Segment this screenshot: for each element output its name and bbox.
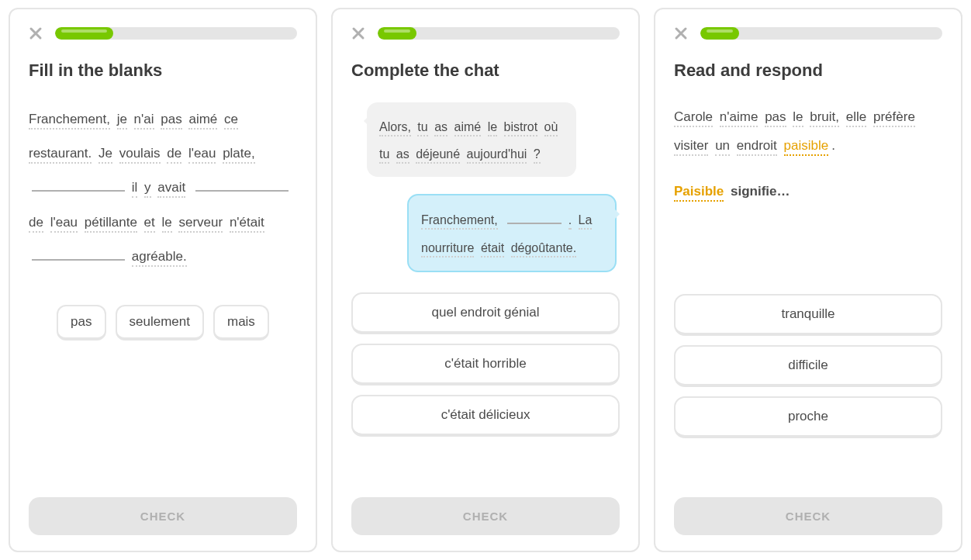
exercise-title: Complete the chat	[351, 60, 620, 81]
token-row: Alors, tu as aimé le bistrot où tu as dé…	[379, 113, 564, 168]
exercise-body: Carole n'aime pas le bruit, elle préfère…	[674, 102, 942, 497]
word-token[interactable]: agréable.	[132, 249, 187, 267]
word-token[interactable]: Franchement,	[29, 112, 110, 130]
token-row: il y avait	[132, 180, 188, 195]
word-token[interactable]: pas	[161, 112, 181, 130]
blank-slot[interactable]	[32, 259, 125, 261]
word-chip[interactable]: pas	[57, 305, 105, 340]
topbar	[351, 26, 620, 40]
check-button[interactable]: CHECK	[29, 497, 297, 535]
word-token[interactable]: serveur	[178, 215, 223, 233]
topbar	[674, 26, 942, 40]
word-token[interactable]: pétillante	[85, 215, 137, 233]
word-token[interactable]: visiter	[674, 138, 708, 156]
blank-slot[interactable]	[195, 190, 289, 192]
word-token[interactable]: et	[144, 215, 155, 233]
word-token[interactable]: restaurant.	[29, 146, 92, 164]
word-token[interactable]: n'aime	[720, 109, 758, 127]
word-token[interactable]: plate,	[223, 146, 255, 164]
word-token[interactable]: l'eau	[50, 215, 78, 233]
progress-bar	[378, 27, 620, 40]
progress-bar	[55, 27, 297, 40]
token-row: agréable.	[132, 249, 190, 264]
word-token[interactable]: bistrot	[504, 120, 538, 137]
word-token[interactable]: .	[568, 213, 572, 230]
word-token[interactable]: La	[579, 213, 593, 230]
word-token[interactable]: aujourd'hui	[467, 147, 527, 164]
word-token[interactable]: endroit	[737, 138, 777, 156]
word-chip[interactable]: seulement	[116, 305, 204, 340]
chat-bubble-incoming: Alors, tu as aimé le bistrot où tu as dé…	[367, 102, 576, 177]
word-token[interactable]: n'ai	[134, 112, 154, 130]
word-token[interactable]: un	[715, 138, 730, 156]
option-button[interactable]: c'était délicieux	[351, 395, 620, 437]
option-button[interactable]: quel endroit génial	[351, 292, 620, 334]
question: Paisible signifie…	[674, 175, 942, 209]
word-token[interactable]: de	[29, 215, 43, 233]
chat-bubble-reply: Franchement, . La nourriture était dégoû…	[407, 194, 617, 271]
exercise-card-fill-blanks: Fill in the blanks Franchement, je n'ai …	[9, 8, 317, 552]
word-token[interactable]: elle	[846, 109, 866, 127]
word-token[interactable]: Carole	[674, 109, 713, 127]
topbar	[29, 26, 297, 40]
word-token[interactable]: n'était	[230, 215, 264, 233]
exercise-card-complete-chat: Complete the chat Alors, tu as aimé le b…	[331, 8, 640, 552]
token-row: restaurant. Je voulais de l'eau plate,	[29, 146, 258, 161]
highlight-word: paisible	[784, 138, 829, 156]
word-token[interactable]: dégoûtante.	[511, 241, 577, 258]
close-icon[interactable]	[351, 26, 365, 40]
token-row: visiter un endroit	[674, 138, 780, 153]
word-token[interactable]: de	[167, 146, 181, 164]
word-token[interactable]: était	[481, 241, 504, 258]
word-token[interactable]: avait	[157, 180, 185, 198]
word-token[interactable]: pas	[765, 109, 786, 127]
word-token[interactable]: je	[117, 112, 127, 130]
word-token[interactable]: bruit,	[810, 109, 839, 127]
exercise-card-read-respond: Read and respond Carole n'aime pas le br…	[654, 8, 962, 552]
word-token[interactable]: ce	[224, 112, 238, 130]
word-token[interactable]: préfère	[873, 109, 915, 127]
word-token[interactable]: as	[396, 147, 409, 164]
option-button[interactable]: tranquille	[674, 294, 942, 336]
word-token[interactable]: le	[488, 120, 497, 137]
word-token[interactable]: nourriture	[421, 241, 474, 258]
exercise-body: Franchement, je n'ai pas aimé ce restaur…	[29, 102, 297, 497]
word-token[interactable]: où	[544, 120, 558, 137]
highlight-word: Paisible	[674, 184, 724, 202]
word-token[interactable]: tu	[417, 120, 427, 137]
word-token[interactable]: y	[144, 180, 151, 198]
blank-slot[interactable]	[507, 223, 562, 224]
sentence: Franchement, je n'ai pas aimé ce restaur…	[29, 102, 297, 274]
token-row: Franchement,	[421, 213, 501, 226]
check-button[interactable]: CHECK	[674, 497, 942, 535]
close-icon[interactable]	[674, 26, 688, 40]
punct: .	[831, 138, 835, 153]
word-token[interactable]: voulais	[119, 146, 161, 164]
word-token[interactable]: il	[132, 180, 138, 198]
word-token[interactable]: Je	[98, 146, 112, 164]
word-token[interactable]: le	[793, 109, 803, 127]
word-token[interactable]: as	[434, 120, 447, 137]
progress-bar	[700, 27, 942, 40]
word-token[interactable]: l'eau	[188, 146, 216, 164]
token-row: Carole n'aime pas le bruit, elle préfère	[674, 109, 918, 124]
word-token[interactable]: Franchement,	[421, 213, 498, 230]
word-token[interactable]: tu	[379, 147, 389, 164]
option-button[interactable]: proche	[674, 396, 942, 438]
exercise-body: Alors, tu as aimé le bistrot où tu as dé…	[351, 102, 620, 497]
option-button[interactable]: difficile	[674, 345, 942, 387]
word-token[interactable]: le	[162, 215, 172, 233]
close-icon[interactable]	[29, 26, 43, 40]
word-token[interactable]: déjeuné	[416, 147, 460, 164]
check-button[interactable]: CHECK	[351, 497, 620, 535]
answer-options: tranquille difficile proche	[674, 294, 942, 438]
word-chip[interactable]: mais	[213, 305, 269, 340]
word-bank: pas seulement mais	[29, 305, 297, 340]
word-token[interactable]: aimé	[454, 120, 482, 137]
word-token[interactable]: aimé	[188, 112, 217, 130]
blank-slot[interactable]	[32, 190, 125, 192]
word-token[interactable]: Alors,	[379, 120, 411, 137]
option-button[interactable]: c'était horrible	[351, 344, 620, 385]
progress-fill	[700, 27, 739, 40]
word-token[interactable]: ?	[534, 147, 541, 164]
